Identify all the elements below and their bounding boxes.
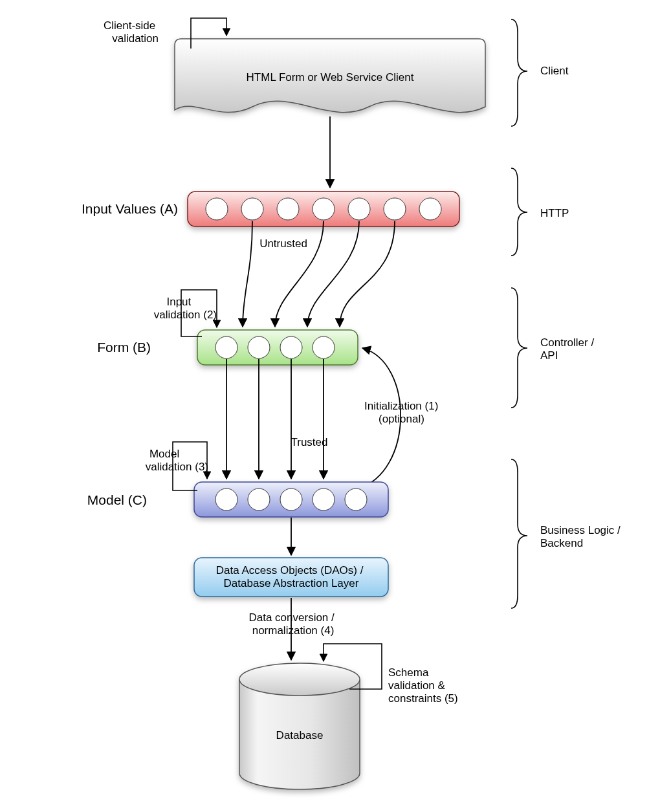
layer-controller: Controller / API [540, 336, 597, 362]
svg-point-12 [313, 336, 335, 358]
label-initialization: Initialization (1) (optional) [364, 400, 441, 425]
svg-point-18 [345, 488, 367, 510]
database-label: Database [276, 729, 324, 741]
label-model-validation: Model validation (3) [146, 448, 208, 473]
brace-client [511, 19, 527, 126]
label-trusted: Trusted [291, 436, 327, 448]
brace-business [511, 459, 527, 608]
label-dataconv: Data conversion / normalization (4) [248, 611, 337, 637]
svg-point-3 [277, 198, 299, 220]
arrows-b-to-c [226, 359, 324, 479]
brace-controller [511, 288, 527, 408]
model-label: Model (C) [87, 492, 147, 507]
svg-point-15 [248, 488, 270, 510]
svg-point-2 [241, 198, 263, 220]
svg-point-4 [313, 198, 335, 220]
svg-point-17 [313, 488, 335, 510]
layer-http: HTTP [540, 207, 569, 219]
client-box-label: HTML Form or Web Service Client [247, 71, 414, 83]
svg-point-1 [206, 198, 228, 220]
database-cylinder [239, 663, 360, 789]
label-client-side: Client-side validation [104, 19, 159, 45]
svg-point-20 [239, 663, 360, 696]
svg-point-14 [215, 488, 237, 510]
label-input-validation: Input validation (2) [154, 296, 217, 321]
svg-point-7 [419, 198, 441, 220]
dao-label: Data Access Objects (DAOs) / Database Ab… [216, 564, 366, 589]
svg-point-10 [248, 336, 270, 358]
svg-point-11 [280, 336, 302, 358]
layer-business: Business Logic / Backend [540, 524, 624, 549]
brace-http [511, 168, 527, 256]
svg-point-6 [384, 198, 406, 220]
layer-client: Client [540, 65, 569, 77]
label-schema: Schema validation & constraints (5) [388, 666, 458, 705]
input-values-label: Input Values (A) [82, 201, 178, 216]
svg-point-16 [280, 488, 302, 510]
svg-point-9 [215, 336, 237, 358]
form-label: Form (B) [97, 340, 151, 355]
svg-point-5 [348, 198, 370, 220]
label-untrusted: Untrusted [259, 237, 307, 250]
diagram-canvas: HTML Form or Web Service Client Client-s… [0, 0, 649, 812]
